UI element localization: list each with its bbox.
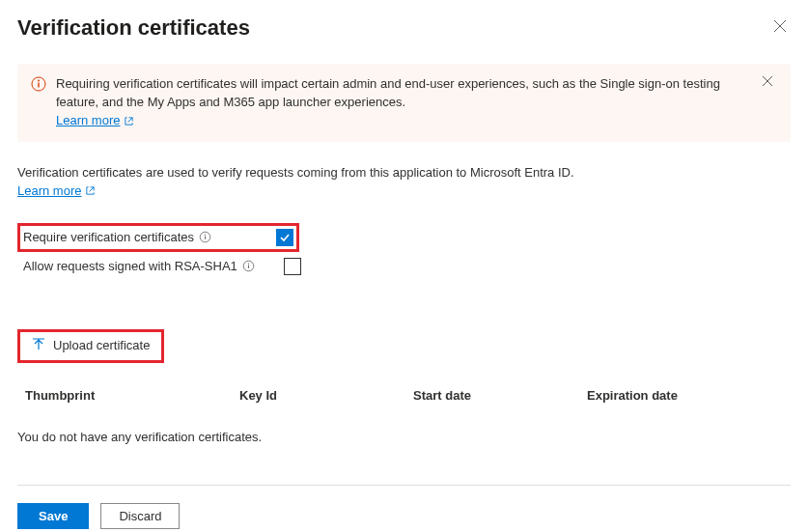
column-expiration-date: Expiration date xyxy=(587,388,791,403)
external-link-icon xyxy=(124,116,134,126)
require-certificates-highlight: Require verification certificates xyxy=(17,223,299,252)
upload-certificate-label: Upload certificate xyxy=(53,338,150,352)
page-title: Verification certificates xyxy=(17,15,250,41)
upload-certificate-highlight: Upload certificate xyxy=(17,329,164,364)
banner-learn-more-link[interactable]: Learn more xyxy=(56,112,134,130)
column-start-date: Start date xyxy=(413,388,587,403)
learn-more-label: Learn more xyxy=(17,183,81,198)
check-icon xyxy=(279,232,291,243)
require-certificates-label: Require verification certificates xyxy=(23,230,276,244)
allow-rsa-sha1-checkbox[interactable] xyxy=(284,258,301,275)
upload-certificate-button[interactable]: Upload certificate xyxy=(32,338,150,352)
table-header: Thumbprint Key Id Start date Expiration … xyxy=(17,388,791,403)
svg-rect-8 xyxy=(248,266,249,268)
svg-rect-2 xyxy=(38,83,39,88)
info-icon[interactable] xyxy=(199,231,211,243)
description-text: Verification certificates are used to ve… xyxy=(17,165,791,180)
divider xyxy=(17,485,791,486)
close-icon xyxy=(762,75,773,87)
require-certificates-text: Require verification certificates xyxy=(23,230,194,244)
save-button[interactable]: Save xyxy=(17,503,89,529)
allow-rsa-sha1-label: Allow requests signed with RSA-SHA1 xyxy=(23,259,284,273)
info-icon[interactable] xyxy=(242,260,255,272)
banner-close-button[interactable] xyxy=(758,75,777,87)
upload-icon xyxy=(32,338,45,351)
panel-header: Verification certificates xyxy=(17,15,791,41)
allow-rsa-sha1-text: Allow requests signed with RSA-SHA1 xyxy=(23,259,237,273)
banner-text: Requiring verification certificates will… xyxy=(56,75,748,130)
svg-point-1 xyxy=(38,80,40,82)
learn-more-link[interactable]: Learn more xyxy=(17,183,96,198)
allow-rsa-sha1-row: Allow requests signed with RSA-SHA1 xyxy=(17,258,791,275)
info-banner: Requiring verification certificates will… xyxy=(17,64,791,142)
svg-point-4 xyxy=(205,234,206,235)
column-key-id: Key Id xyxy=(239,388,413,403)
banner-learn-more-label: Learn more xyxy=(56,112,120,130)
banner-message: Requiring verification certificates will… xyxy=(56,76,720,109)
close-icon xyxy=(773,19,787,33)
footer-buttons: Save Discard xyxy=(17,503,791,529)
external-link-icon xyxy=(85,185,96,196)
svg-rect-5 xyxy=(205,237,206,239)
discard-button[interactable]: Discard xyxy=(100,503,180,529)
column-thumbprint: Thumbprint xyxy=(25,388,239,403)
info-icon xyxy=(31,76,46,130)
table-empty-message: You do not have any verification certifi… xyxy=(17,430,791,465)
svg-point-7 xyxy=(248,263,249,264)
close-button[interactable] xyxy=(769,15,791,37)
require-certificates-checkbox[interactable] xyxy=(276,229,293,246)
